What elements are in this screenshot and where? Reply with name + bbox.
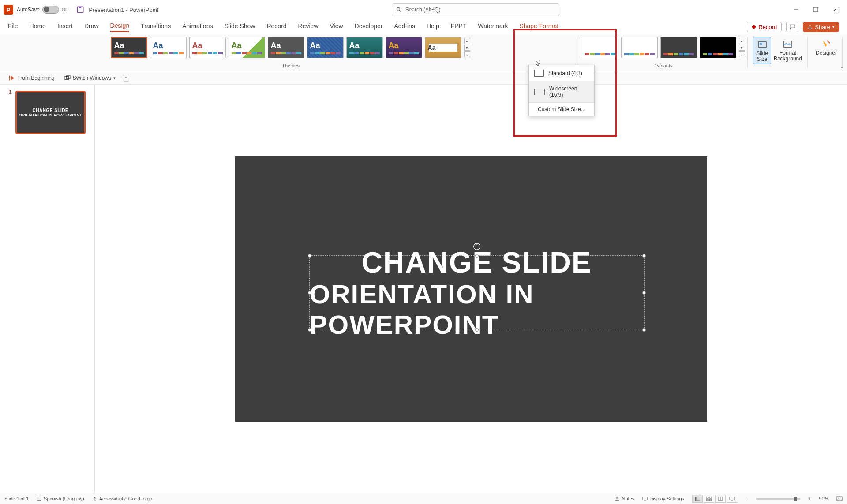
- accessibility-indicator[interactable]: Accessibility: Good to go: [92, 496, 152, 501]
- zoom-in-button[interactable]: +: [808, 496, 811, 501]
- display-settings-button[interactable]: Display Settings: [642, 496, 684, 501]
- slide-thumbnails-panel: 1 CHANGE SLIDE ORIENTATION IN POWERPOINT: [0, 85, 95, 493]
- format-background-button[interactable]: Format Background: [771, 37, 805, 64]
- designer-label: Designer: [816, 50, 837, 56]
- selection-handle[interactable]: [308, 291, 311, 295]
- tab-view[interactable]: View: [330, 22, 343, 31]
- custom-slide-size[interactable]: Custom Slide Size...: [529, 103, 594, 116]
- theme-thumb-green[interactable]: Aa: [229, 37, 265, 58]
- zoom-level[interactable]: 91%: [819, 496, 828, 501]
- tab-insert[interactable]: Insert: [57, 22, 73, 31]
- zoom-out-button[interactable]: −: [745, 496, 748, 501]
- ribbon-collapse-icon[interactable]: ⌄: [840, 64, 843, 69]
- tab-file[interactable]: File: [8, 22, 18, 31]
- svg-rect-21: [643, 497, 648, 500]
- tab-developer[interactable]: Developer: [355, 22, 383, 31]
- theme-thumb-current[interactable]: Aa: [111, 37, 147, 58]
- variant-thumb-4[interactable]: [700, 37, 736, 58]
- svg-rect-5: [813, 7, 818, 12]
- language-indicator[interactable]: Spanish (Uruguay): [37, 496, 84, 501]
- scroll-up-icon[interactable]: ▴: [464, 38, 470, 44]
- designer-button[interactable]: Designer: [813, 37, 840, 58]
- theme-aa-label: Aa: [349, 41, 380, 50]
- theme-thumb-office[interactable]: Aa: [150, 37, 187, 58]
- slide-canvas[interactable]: CHANGE SLIDE ORIENTATION IN POWERPOINT: [235, 156, 707, 422]
- slide-size-button[interactable]: Slide Size: [753, 37, 771, 64]
- theme-aa-label: Aa: [153, 41, 184, 50]
- slideshow-view-button[interactable]: [727, 495, 737, 503]
- tab-review[interactable]: Review: [298, 22, 319, 31]
- tab-transitions[interactable]: Transitions: [141, 22, 171, 31]
- minimize-button[interactable]: [792, 6, 800, 14]
- rotate-handle-icon[interactable]: [473, 243, 481, 250]
- reading-view-button[interactable]: [715, 495, 726, 503]
- close-button[interactable]: [831, 6, 839, 14]
- comments-button[interactable]: [786, 22, 798, 32]
- title-text-box[interactable]: CHANGE SLIDE ORIENTATION IN POWERPOINT: [309, 255, 645, 330]
- slide-size-widescreen[interactable]: Widescreen (16:9): [529, 81, 594, 102]
- tab-shape-format[interactable]: Shape Format: [519, 22, 558, 31]
- document-title: Presentation1 - PowerPoint: [89, 7, 158, 13]
- search-input[interactable]: Search (Alt+Q): [392, 3, 559, 16]
- theme-thumb-blue[interactable]: Aa: [307, 37, 344, 58]
- variant-thumb-3[interactable]: [660, 37, 697, 58]
- slide-canvas-area[interactable]: CHANGE SLIDE ORIENTATION IN POWERPOINT: [95, 85, 847, 493]
- variants-gallery-scroll[interactable]: ▴ ▾ ⌄: [739, 37, 746, 58]
- themes-gallery-scroll[interactable]: ▴ ▾ ⌄: [464, 37, 471, 58]
- tab-fppt[interactable]: FPPT: [451, 22, 467, 31]
- svg-point-17: [94, 497, 95, 498]
- theme-thumb-wood[interactable]: Aa: [425, 37, 461, 58]
- tab-addins[interactable]: Add-ins: [394, 22, 415, 31]
- variant-thumb-2[interactable]: [621, 37, 658, 58]
- notes-button[interactable]: Notes: [615, 496, 634, 501]
- svg-rect-16: [37, 497, 41, 500]
- zoom-slider[interactable]: [756, 498, 800, 500]
- display-icon: [642, 496, 648, 501]
- theme-aa-label: Aa: [389, 41, 419, 50]
- from-beginning-button[interactable]: From Beginning: [6, 74, 57, 82]
- record-icon: [752, 25, 756, 29]
- tab-animations[interactable]: Animations: [182, 22, 213, 31]
- selection-handle[interactable]: [475, 254, 479, 258]
- selection-handle[interactable]: [308, 328, 311, 332]
- fit-to-window-button[interactable]: [836, 496, 843, 501]
- tab-slideshow[interactable]: Slide Show: [224, 22, 255, 31]
- tab-home[interactable]: Home: [30, 22, 46, 31]
- theme-thumb-teal[interactable]: Aa: [346, 37, 383, 58]
- theme-thumb-grey[interactable]: Aa: [268, 37, 304, 58]
- tab-help[interactable]: Help: [427, 22, 439, 31]
- selection-handle[interactable]: [475, 328, 479, 332]
- maximize-button[interactable]: [812, 6, 820, 14]
- slide-thumbnail-1[interactable]: CHANGE SLIDE ORIENTATION IN POWERPOINT: [15, 91, 86, 134]
- selection-handle[interactable]: [308, 254, 311, 258]
- selection-handle[interactable]: [642, 291, 646, 295]
- gallery-expand-icon[interactable]: ⌄: [739, 51, 745, 57]
- tab-watermark[interactable]: Watermark: [478, 22, 508, 31]
- share-button[interactable]: Share ▾: [803, 22, 839, 32]
- slide-size-standard[interactable]: Standard (4:3): [529, 65, 594, 81]
- tab-design[interactable]: Design: [110, 22, 130, 32]
- slide-counter[interactable]: Slide 1 of 1: [4, 496, 29, 501]
- selection-handle[interactable]: [642, 254, 646, 258]
- tab-record[interactable]: Record: [266, 22, 286, 31]
- autosave-control[interactable]: AutoSave Off: [17, 6, 67, 14]
- autosave-toggle[interactable]: [42, 6, 59, 14]
- slide-sorter-view-button[interactable]: [704, 495, 714, 503]
- tab-draw[interactable]: Draw: [84, 22, 99, 31]
- record-button[interactable]: Record: [747, 22, 782, 32]
- status-bar: Slide 1 of 1 Spanish (Uruguay) Accessibi…: [0, 493, 847, 504]
- save-icon[interactable]: [76, 6, 84, 14]
- scroll-down-icon[interactable]: ▾: [464, 45, 470, 51]
- switch-windows-button[interactable]: Switch Windows ▾: [62, 74, 118, 82]
- theme-thumb-purple[interactable]: Aa: [386, 37, 422, 58]
- variant-thumb-1[interactable]: [582, 37, 618, 58]
- autosave-state: Off: [62, 7, 67, 12]
- normal-view-button[interactable]: [692, 495, 703, 503]
- selection-handle[interactable]: [642, 328, 646, 332]
- search-placeholder: Search (Alt+Q): [405, 7, 441, 13]
- scroll-down-icon[interactable]: ▾: [739, 45, 745, 51]
- qat-customize-button[interactable]: ⁼: [123, 75, 129, 82]
- gallery-expand-icon[interactable]: ⌄: [464, 51, 470, 57]
- theme-thumb-2[interactable]: Aa: [189, 37, 226, 58]
- scroll-up-icon[interactable]: ▴: [739, 38, 745, 44]
